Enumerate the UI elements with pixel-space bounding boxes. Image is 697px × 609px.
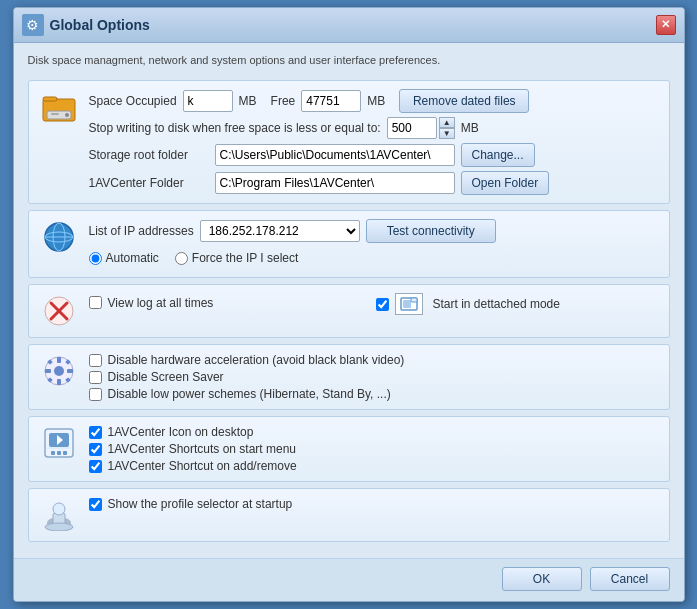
footer: OK Cancel	[14, 558, 684, 601]
icon-desktop-label: 1AVCenter Icon on desktop	[108, 425, 254, 439]
view-log-checkbox[interactable]	[89, 296, 102, 309]
shortcut-addremove-row: 1AVCenter Shortcut on add/remove	[89, 459, 659, 473]
shortcuts-start-label: 1AVCenter Shortcuts on start menu	[108, 442, 297, 456]
free-value-input[interactable]	[301, 90, 361, 112]
remove-dated-files-button[interactable]: Remove dated files	[399, 89, 529, 113]
stop-writing-label: Stop writing to disk when free space is …	[89, 121, 381, 135]
radio-force-label[interactable]: Force the IP I select	[175, 251, 299, 265]
svg-rect-27	[47, 447, 71, 449]
change-button[interactable]: Change...	[461, 143, 535, 167]
disable-hw-row: Disable hardware acceleration (avoid bla…	[89, 353, 659, 367]
svg-rect-29	[57, 451, 61, 455]
disable-screen-checkbox[interactable]	[89, 371, 102, 384]
log-icon-box	[39, 293, 79, 329]
svg-point-3	[65, 113, 69, 117]
icon-desktop-row: 1AVCenter Icon on desktop	[89, 425, 659, 439]
ok-button[interactable]: OK	[502, 567, 582, 591]
show-profile-label: Show the profile selector at startup	[108, 497, 293, 511]
start-detached-label: Start in dettached mode	[433, 297, 560, 311]
cancel-button[interactable]: Cancel	[590, 567, 670, 591]
svg-rect-14	[411, 298, 417, 302]
svg-rect-28	[51, 451, 55, 455]
disable-power-checkbox[interactable]	[89, 388, 102, 401]
start-detached-checkbox[interactable]	[376, 298, 389, 311]
disable-screen-label: Disable Screen Saver	[108, 370, 224, 384]
radio-automatic[interactable]	[89, 252, 102, 265]
radio-force[interactable]	[175, 252, 188, 265]
disable-hw-checkbox[interactable]	[89, 354, 102, 367]
view-log-row: View log at all times	[89, 293, 372, 312]
shortcuts-start-row: 1AVCenter Shortcuts on start menu	[89, 442, 659, 456]
network-icon	[42, 220, 76, 254]
test-connectivity-button[interactable]: Test connectivity	[366, 219, 496, 243]
mb-label2: MB	[367, 94, 385, 108]
spin-up-arrow[interactable]: ▲	[439, 117, 455, 128]
svg-rect-13	[403, 300, 411, 308]
shortcuts-section: 1AVCenter Icon on desktop 1AVCenter Shor…	[28, 416, 670, 482]
storage-root-label: Storage root folder	[89, 148, 209, 162]
app-icon: ⚙	[22, 14, 44, 36]
system-icon-box	[39, 353, 79, 389]
svg-point-33	[45, 523, 73, 531]
svg-rect-17	[57, 357, 61, 363]
svg-rect-30	[63, 451, 67, 455]
cross-icon	[43, 295, 75, 327]
svg-rect-19	[45, 369, 51, 373]
shortcuts-start-checkbox[interactable]	[89, 443, 102, 456]
disk-icon-box	[39, 89, 79, 125]
stop-mb-label: MB	[461, 121, 479, 135]
storage-root-input[interactable]	[215, 144, 455, 166]
folder-disk-icon	[41, 89, 77, 125]
profile-section: Show the profile selector at startup	[28, 488, 670, 542]
ip-address-select[interactable]: 186.252.178.212	[200, 220, 360, 242]
shortcuts-icon	[43, 427, 75, 459]
disable-screen-row: Disable Screen Saver	[89, 370, 659, 384]
disable-power-row: Disable low power schemes (Hibernate, St…	[89, 387, 659, 401]
svg-rect-1	[43, 97, 57, 101]
system-section: Disable hardware acceleration (avoid bla…	[28, 344, 670, 410]
detached-icon	[400, 297, 418, 311]
title-bar: ⚙ Global Options ✕	[14, 8, 684, 43]
stop-value-input[interactable]	[387, 117, 437, 139]
show-profile-row: Show the profile selector at startup	[89, 497, 659, 511]
svg-point-34	[53, 503, 65, 515]
radio-automatic-label[interactable]: Automatic	[89, 251, 159, 265]
svg-rect-4	[51, 113, 59, 115]
profile-icon-box	[39, 497, 79, 533]
open-folder-button[interactable]: Open Folder	[461, 171, 550, 195]
avcenter-folder-input[interactable]	[215, 172, 455, 194]
network-section: List of IP addresses 186.252.178.212 Tes…	[28, 210, 670, 278]
disable-power-label: Disable low power schemes (Hibernate, St…	[108, 387, 391, 401]
space-occupied-input[interactable]	[183, 90, 233, 112]
space-occupied-label: Space Occupied	[89, 94, 177, 108]
profile-icon	[43, 499, 75, 531]
stop-spinner[interactable]: ▲ ▼	[439, 117, 455, 139]
svg-rect-18	[57, 379, 61, 385]
ip-mode-radio-group: Automatic Force the IP I select	[89, 247, 659, 269]
shortcut-addremove-label: 1AVCenter Shortcut on add/remove	[108, 459, 297, 473]
svg-rect-20	[67, 369, 73, 373]
shortcut-addremove-checkbox[interactable]	[89, 460, 102, 473]
spin-down-arrow[interactable]: ▼	[439, 128, 455, 139]
icon-desktop-checkbox[interactable]	[89, 426, 102, 439]
window-title: Global Options	[50, 17, 150, 33]
svg-point-16	[54, 366, 64, 376]
free-label: Free	[271, 94, 296, 108]
view-log-label: View log at all times	[108, 296, 214, 310]
avcenter-folder-label: 1AVCenter Folder	[89, 176, 209, 190]
shortcuts-icon-box	[39, 425, 79, 461]
log-section: View log at all times St	[28, 284, 670, 338]
ip-list-label: List of IP addresses	[89, 224, 194, 238]
settings-icon	[43, 355, 75, 387]
window-subtitle: Disk space managment, network and system…	[28, 53, 670, 68]
close-button[interactable]: ✕	[656, 15, 676, 35]
start-detached-row: Start in dettached mode	[376, 293, 659, 315]
disk-space-section: Space Occupied MB Free MB Remove dated f…	[28, 80, 670, 204]
disable-hw-label: Disable hardware acceleration (avoid bla…	[108, 353, 405, 367]
network-icon-box	[39, 219, 79, 255]
mb-label1: MB	[239, 94, 257, 108]
show-profile-checkbox[interactable]	[89, 498, 102, 511]
